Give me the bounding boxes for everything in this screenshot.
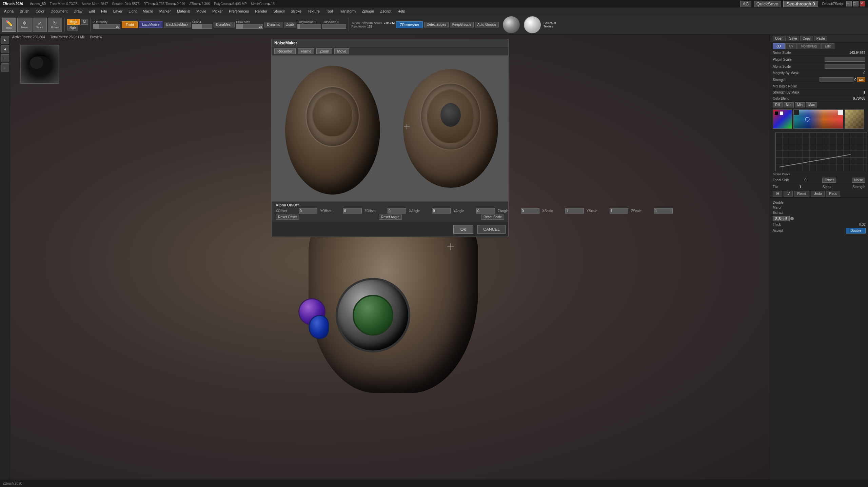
zremesher-button[interactable]: ZRemesher [396, 21, 423, 28]
tab-uv[interactable]: Uv [785, 43, 797, 49]
menu-color[interactable]: Color [33, 8, 47, 14]
nm-open-button[interactable]: Open [773, 36, 786, 41]
menu-zplugin[interactable]: Zplugin [359, 8, 377, 14]
menu-alpha[interactable]: Alpha [1, 8, 16, 14]
edit-tab[interactable]: Edit [821, 43, 834, 49]
menu-document[interactable]: Document [48, 8, 70, 14]
undo-button[interactable]: Undo [811, 191, 825, 197]
min-button[interactable]: Min [795, 102, 805, 107]
color-swatch-left[interactable] [773, 109, 792, 129]
ok-button[interactable]: OK [453, 225, 473, 234]
z-intensity-slider[interactable]: 20 [93, 24, 120, 29]
reset-button[interactable]: Reset [794, 191, 809, 197]
material-sphere[interactable] [503, 16, 520, 33]
cancel-button[interactable]: CANCEL [477, 225, 506, 234]
lazymouse-button[interactable]: LazyMouse [139, 21, 162, 28]
ih-button[interactable]: IH [773, 191, 782, 197]
nm-zoom-button[interactable]: Zoom [316, 48, 332, 54]
m-button[interactable]: M [81, 19, 88, 25]
mrgb-button[interactable]: Mrgb [67, 19, 80, 25]
nm-recenter-button[interactable]: Recenter [274, 48, 296, 54]
reset-angle-button[interactable]: Reset Angle [379, 215, 402, 220]
lazy-radius-slider[interactable] [297, 24, 321, 29]
reset-scale-button[interactable]: Reset Scale [481, 215, 504, 220]
draw-tool[interactable]: ✏️ Draw [2, 18, 16, 32]
reset-offset-button[interactable]: Reset Offset [276, 215, 299, 220]
detect-edges-button[interactable]: DetectEdges [424, 22, 448, 27]
auto-groups-button[interactable]: Auto Groups [475, 22, 499, 27]
menu-texture[interactable]: Texture [305, 8, 322, 14]
color-picker-large[interactable] [793, 109, 843, 129]
yoffset-input[interactable] [343, 208, 362, 214]
nm-frame-button[interactable]: Frame [298, 48, 315, 54]
menu-transform[interactable]: Transform [336, 8, 358, 14]
move-tool[interactable]: ✥ Move [17, 18, 32, 32]
offset-button[interactable]: Offset [822, 178, 836, 183]
zscale-input[interactable] [654, 208, 673, 214]
rgb-button[interactable]: Rgb [67, 25, 78, 31]
draw-size-slider[interactable]: 25 [236, 24, 263, 29]
menu-brush[interactable]: Brush [17, 8, 32, 14]
yangle-input[interactable] [476, 208, 495, 214]
menu-light[interactable]: Light [126, 8, 139, 14]
left-btn-1[interactable]: ▶ [1, 36, 9, 44]
menu-macro[interactable]: Macro [140, 8, 156, 14]
material-sphere-white[interactable] [524, 16, 541, 33]
menu-stencil[interactable]: Stencil [271, 8, 287, 14]
mul-button[interactable]: Mul [784, 102, 794, 107]
menu-stroke[interactable]: Stroke [288, 8, 304, 14]
maximize-icon[interactable]: □ [853, 1, 859, 6]
left-btn-4[interactable]: ↓ [1, 63, 9, 72]
xangle-input[interactable] [432, 208, 451, 214]
zoffset-input[interactable] [388, 208, 406, 214]
quicksave-button[interactable]: QuickSave [754, 1, 781, 7]
tab-3d[interactable]: 3D [773, 43, 785, 49]
minimize-icon[interactable]: ─ [846, 1, 852, 6]
xoffset-input[interactable] [299, 208, 317, 214]
left-btn-3[interactable]: ↑ [1, 54, 9, 62]
noiseplug-tab[interactable]: NoisePlug [797, 43, 821, 49]
nm-save-button[interactable]: Save [787, 36, 799, 41]
menu-tool[interactable]: Tool [323, 8, 335, 14]
ac-button[interactable]: AC [740, 1, 751, 7]
dynamesh-button[interactable]: DynaMesh [214, 22, 235, 27]
zangle-input[interactable] [521, 208, 539, 214]
max-button[interactable]: Max [806, 102, 817, 107]
redo-button[interactable]: Redo [826, 191, 840, 197]
menu-help[interactable]: Help [395, 8, 408, 14]
zadd-button[interactable]: Zadd [122, 21, 138, 28]
menu-layer[interactable]: Layer [111, 8, 125, 14]
rotate-tool[interactable]: ↻ Rotate [48, 18, 62, 32]
menu-picker[interactable]: Picker [210, 8, 225, 14]
strength-set-button[interactable]: Set [857, 77, 865, 82]
nm-move-button[interactable]: Move [334, 48, 350, 54]
menu-marker[interactable]: Marker [157, 8, 174, 14]
menu-file[interactable]: File [98, 8, 110, 14]
noise-button[interactable]: Noise [852, 178, 865, 183]
plugin-scale-slider[interactable] [825, 57, 865, 62]
strength-slider[interactable] [820, 77, 853, 82]
iv-button[interactable]: IV [784, 191, 793, 197]
backfacemask-button[interactable]: BackfaceMask [164, 22, 191, 27]
xscale-input[interactable] [565, 208, 584, 214]
menu-preferences[interactable]: Preferences [226, 8, 252, 14]
menu-material[interactable]: Material [174, 8, 193, 14]
accept-double-button[interactable]: Double [846, 228, 866, 234]
lazy-snap-slider[interactable] [322, 24, 346, 29]
sdiv-slider[interactable] [192, 24, 212, 29]
diff-button[interactable]: Diff [773, 102, 783, 107]
zsub-button[interactable]: Zsub [284, 22, 296, 27]
yscale-input[interactable] [610, 208, 628, 214]
left-btn-2[interactable]: ◀ [1, 45, 9, 53]
dynamic-button[interactable]: Dynamic [264, 22, 282, 27]
noise-curve-box[interactable] [775, 132, 867, 171]
close-icon[interactable]: ✕ [860, 1, 865, 6]
menu-render[interactable]: Render [252, 8, 270, 14]
menu-edit[interactable]: Edit [86, 8, 98, 14]
menu-draw[interactable]: Draw [71, 8, 85, 14]
keepgroups-button[interactable]: KeepGroups [450, 22, 474, 27]
noisemaker-canvas[interactable] [272, 56, 508, 201]
menu-movie[interactable]: Movie [194, 8, 209, 14]
scale-tool[interactable]: ⤢ Scale [33, 18, 47, 32]
alpha-scale-slider[interactable] [825, 64, 865, 69]
